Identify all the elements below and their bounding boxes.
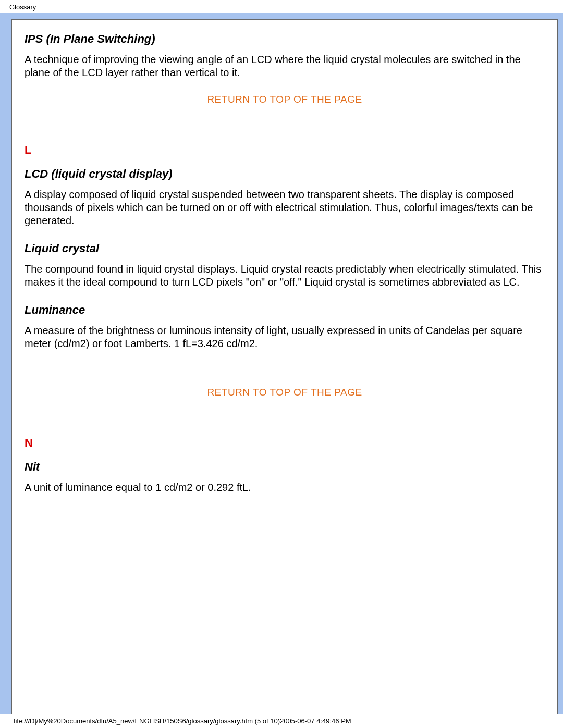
return-to-top-link[interactable]: RETURN TO TOP OF THE PAGE (25, 387, 545, 398)
return-to-top-label: RETURN TO TOP OF THE PAGE (207, 387, 362, 398)
term-body-nit: A unit of luminance equal to 1 cd/m2 or … (25, 481, 545, 494)
term-title-ips: IPS (In Plane Switching) (25, 32, 545, 46)
term-title-liquid-crystal: Liquid crystal (25, 242, 545, 255)
section-divider (25, 415, 545, 415)
page-content: IPS (In Plane Switching) A technique of … (11, 19, 558, 714)
term-body-lcd: A display composed of liquid crystal sus… (25, 188, 545, 227)
page-header-label: Glossary (0, 0, 563, 13)
section-letter-N: N (25, 436, 545, 450)
term-title-lcd: LCD (liquid crystal display) (25, 167, 545, 181)
term-title-nit: Nit (25, 460, 545, 474)
footer-file-path: file:///D|/My%20Documents/dfu/A5_new/ENG… (0, 714, 563, 725)
term-body-ips: A technique of improving the viewing ang… (25, 53, 545, 79)
outer-frame: IPS (In Plane Switching) A technique of … (0, 13, 563, 714)
term-title-luminance: Luminance (25, 303, 545, 317)
term-body-luminance: A measure of the brightness or luminous … (25, 324, 545, 350)
section-divider (25, 122, 545, 122)
return-to-top-link[interactable]: RETURN TO TOP OF THE PAGE (25, 94, 545, 105)
return-to-top-label: RETURN TO TOP OF THE PAGE (207, 94, 362, 105)
section-letter-L: L (25, 143, 545, 157)
term-body-liquid-crystal: The compound found in liquid crystal dis… (25, 263, 545, 289)
